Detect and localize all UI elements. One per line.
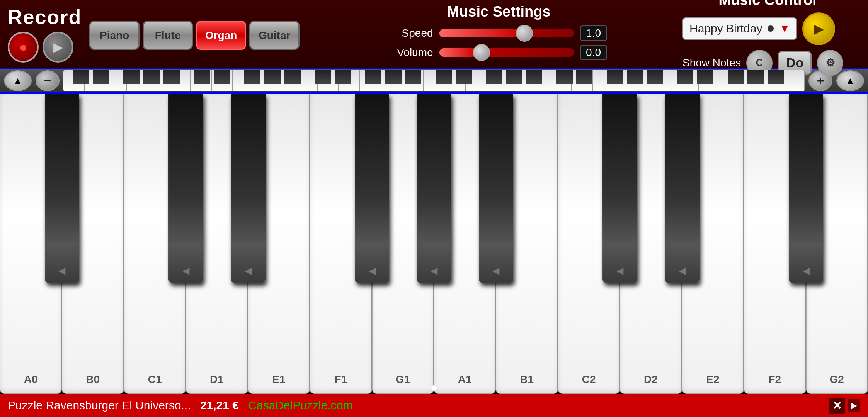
mini-black-key (576, 70, 592, 84)
volume-row: Volume 0.0 (391, 45, 607, 60)
white-key-label-g1: G1 (396, 373, 410, 386)
guitar-button[interactable]: Guitar (249, 21, 300, 50)
show-notes-label: Show Notes (682, 57, 741, 69)
piano-button[interactable]: Piano (89, 21, 140, 50)
piano-keyboard[interactable]: A0B0C1D1E1F1G1A1B1C2D2E2F2G2◀◀◀◀◀◀◀◀◀ (0, 94, 868, 394)
white-key-label-b1: B1 (520, 373, 534, 386)
arrow-up-left-icon: ▲ (13, 75, 22, 86)
music-control-title: Music Control (718, 0, 816, 8)
music-settings: Music Settings Speed 1.0 Volume 0.0 (315, 3, 682, 64)
ad-close-button[interactable]: ✕ (829, 398, 845, 414)
black-key-5[interactable]: ◀ (355, 94, 390, 283)
black-key-2[interactable]: ◀ (168, 94, 203, 283)
black-key-arrow-icon: ◀ (369, 265, 376, 276)
volume-value: 0.0 (580, 45, 607, 60)
settings-knob-button[interactable]: ⚙ (817, 50, 843, 76)
white-key-label-f2: F2 (769, 373, 781, 386)
mini-black-key (93, 70, 109, 84)
play-button-top[interactable]: ▶ (43, 32, 73, 63)
volume-label: Volume (391, 46, 433, 59)
speed-thumb[interactable] (516, 25, 533, 42)
white-key-label-d2: D2 (644, 373, 658, 386)
speed-value: 1.0 (580, 25, 607, 41)
black-key-arrow-icon: ◀ (58, 265, 65, 276)
mini-black-key (264, 70, 281, 84)
scroll-left-button[interactable]: ▲ (4, 70, 32, 91)
speed-slider[interactable] (439, 29, 574, 37)
song-dot (768, 25, 774, 32)
black-key-arrow-icon: ◀ (431, 265, 437, 276)
mini-black-key (214, 70, 230, 84)
organ-button[interactable]: Organ (196, 21, 246, 50)
instrument-buttons: Piano Flute Organ Guitar (89, 21, 300, 50)
mini-black-key (627, 70, 643, 84)
top-bar: Record ● ▶ Piano Flute Organ Guitar (0, 0, 868, 68)
mini-black-key (194, 70, 210, 84)
mini-black-key (284, 70, 301, 84)
white-key-label-c1: C1 (148, 373, 162, 386)
record-buttons: ● ▶ (8, 32, 73, 63)
black-key-arrow-icon: ◀ (182, 265, 189, 276)
mini-black-key (365, 70, 381, 84)
music-control-play-button[interactable]: ▶ (802, 12, 835, 45)
white-key-label-e1: E1 (272, 373, 285, 386)
mini-black-key (405, 70, 421, 84)
white-key-label-d1: D1 (210, 373, 224, 386)
mini-black-key (728, 70, 744, 84)
black-key-10[interactable]: ◀ (665, 94, 700, 283)
ad-text: Puzzle Ravensburger El Universo... 21,21… (8, 399, 821, 412)
record-label: Record (8, 5, 82, 29)
mini-black-key (747, 70, 764, 84)
ad-page-dot (431, 385, 437, 391)
mini-black-key (335, 70, 351, 84)
mini-black-key (143, 70, 160, 84)
arrow-up-right-icon: ▲ (846, 75, 855, 86)
black-key-arrow-icon: ◀ (492, 265, 499, 276)
ad-price: 21,21 € (200, 399, 239, 412)
speed-label: Speed (391, 27, 433, 39)
song-name: Happy Birtday (689, 22, 762, 35)
record-button[interactable]: ● (8, 32, 39, 63)
mini-black-key (607, 70, 623, 84)
black-key-arrow-icon: ◀ (679, 265, 686, 276)
mini-black-key (456, 70, 472, 84)
black-key-7[interactable]: ◀ (479, 94, 514, 283)
play-icon-gold: ▶ (814, 21, 824, 36)
ad-link[interactable]: CasaDelPuzzle.com (248, 399, 352, 412)
black-key-9[interactable]: ◀ (602, 94, 637, 283)
black-key-6[interactable]: ◀ (417, 94, 451, 283)
mini-black-key (123, 70, 140, 84)
mini-black-key (385, 70, 401, 84)
play-icon-top: ▶ (53, 40, 63, 54)
zoom-out-button[interactable]: − (36, 70, 60, 91)
mini-keyboard (63, 70, 805, 91)
mini-black-key (315, 70, 331, 84)
mini-black-key (244, 70, 260, 84)
record-icon: ● (19, 39, 27, 55)
mini-black-key (73, 70, 89, 84)
black-key-arrow-icon: ◀ (245, 265, 252, 276)
mini-black-key (486, 70, 502, 84)
record-section: Record ● ▶ (8, 5, 82, 63)
mini-black-key (697, 70, 713, 84)
flute-button[interactable]: Flute (143, 21, 193, 50)
keyboard-nav: ▲ − (0, 68, 868, 94)
music-control-row: Happy Birtday ▼ ▶ (682, 12, 835, 45)
volume-thumb[interactable] (473, 44, 490, 61)
mini-white-key (783, 70, 805, 91)
ad-bar: Puzzle Ravensburger El Universo... 21,21… (0, 394, 868, 417)
ad-arrow-button[interactable]: ▶ (848, 399, 860, 412)
song-selector[interactable]: Happy Birtday ▼ (682, 17, 797, 40)
black-key-0[interactable]: ◀ (45, 94, 80, 283)
volume-slider[interactable] (439, 48, 574, 57)
chevron-down-icon: ▼ (779, 22, 790, 35)
black-key-12[interactable]: ◀ (789, 94, 824, 283)
music-control: Music Control Happy Birtday ▼ ▶ Show Not… (682, 0, 860, 76)
black-key-3[interactable]: ◀ (231, 94, 266, 283)
black-key-arrow-icon: ◀ (616, 265, 623, 276)
mini-black-key (556, 70, 572, 84)
white-key-label-e2: E2 (706, 373, 719, 386)
white-key-label-f1: F1 (335, 373, 347, 386)
mini-black-key (647, 70, 663, 84)
white-key-label-g2: G2 (830, 373, 844, 386)
